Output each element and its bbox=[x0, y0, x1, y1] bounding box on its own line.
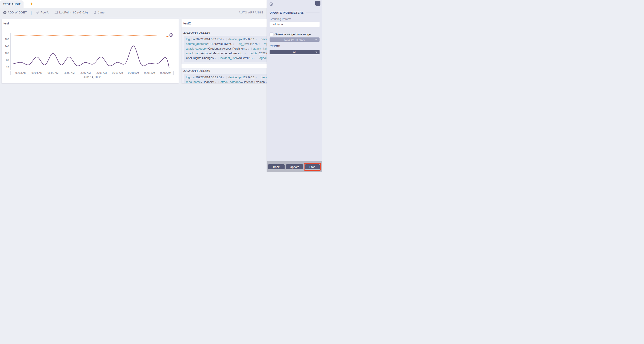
x-tick-label: 06:08 AM bbox=[96, 72, 107, 74]
update-button[interactable]: Update bbox=[286, 164, 303, 169]
widget-test2: test2 2022/06/14 06:12:59log_ts=2022/06/… bbox=[182, 19, 278, 83]
log-key: sig_id bbox=[238, 42, 246, 46]
y-axis-label: 140 bbox=[5, 45, 9, 48]
log-value: =NEWNIKS bbox=[237, 56, 252, 60]
sidebar-top-bar: › bbox=[267, 0, 322, 8]
tab-test-audit[interactable]: TEST AUDIT bbox=[0, 1, 24, 8]
repos-heading: REPOS bbox=[270, 44, 320, 48]
repos-dropdown[interactable]: All bbox=[270, 50, 320, 54]
y-axis-label: 60 bbox=[6, 59, 9, 62]
log-value: =127.0.0.1 bbox=[241, 38, 254, 41]
log-entry: 2022/06/14 06:12:59log_ts=2022/06/14 06:… bbox=[182, 68, 278, 83]
log-line: log_ts=2022/06/14 06:12:59∨|device_ip=12… bbox=[186, 37, 278, 42]
log-value: =Account Mansource_addressul... bbox=[200, 52, 244, 55]
heading-rule bbox=[282, 46, 320, 46]
chevron-down-icon[interactable]: ∨ bbox=[233, 43, 234, 45]
pipe-separator: | bbox=[251, 47, 252, 50]
y-axis-label: 100 bbox=[5, 52, 9, 55]
log-key: col_ts bbox=[250, 52, 258, 55]
user-chip[interactable]: Jane bbox=[94, 11, 105, 14]
add-tab-button[interactable]: + bbox=[29, 1, 34, 8]
x-tick-label: 06:12 AM bbox=[160, 72, 171, 74]
override-time-range-label: Override widget time range bbox=[274, 33, 311, 36]
collapse-panel-button[interactable]: › bbox=[315, 1, 320, 6]
axis-caption: June 14, 2022 bbox=[84, 76, 100, 79]
chevron-down-icon[interactable]: ∨ bbox=[266, 81, 267, 83]
play-button[interactable] bbox=[170, 34, 173, 37]
log-value: User Rights Changes bbox=[186, 56, 214, 60]
log-timestamp: 2022/06/14 06:12:59 bbox=[182, 31, 278, 36]
series-orange-line bbox=[13, 36, 169, 37]
x-tick-label: 06:07 AM bbox=[80, 72, 91, 74]
add-widget-label: ADD WIDGET bbox=[8, 11, 27, 14]
widget-test: test 206010014018006:03 AM06:04 AM06:05 … bbox=[2, 19, 178, 83]
pipe-separator: | bbox=[226, 38, 227, 41]
pool-cubes-icon bbox=[36, 11, 40, 14]
log-kv-box: log_ts=2022/06/14 06:12:59∨|device_ip=12… bbox=[184, 74, 278, 83]
repos-value: All bbox=[293, 51, 296, 54]
chevron-down-icon[interactable]: ∨ bbox=[255, 38, 257, 41]
user-icon bbox=[94, 11, 97, 14]
pipe-separator: | bbox=[248, 52, 248, 55]
chevron-down-icon[interactable]: ∨ bbox=[223, 38, 224, 41]
widget-test2-title: test2 bbox=[183, 21, 191, 25]
pipe-separator: | bbox=[258, 38, 259, 41]
chevron-down-icon[interactable]: ∨ bbox=[244, 52, 246, 55]
chevron-right-icon: › bbox=[317, 2, 318, 5]
plus-circle-icon bbox=[3, 11, 6, 14]
chevron-down-icon[interactable]: ∨ bbox=[248, 48, 249, 50]
heading-rule bbox=[306, 13, 320, 13]
pool-label: PoolA bbox=[40, 11, 48, 14]
chevron-down-icon[interactable]: ∨ bbox=[214, 57, 216, 60]
chevron-down-icon[interactable]: ∨ bbox=[258, 43, 260, 45]
toolbar-separator: | bbox=[31, 11, 32, 15]
pipe-separator: | bbox=[236, 42, 237, 46]
pipe-separator: | bbox=[226, 76, 227, 79]
chevron-down-icon[interactable]: ∨ bbox=[223, 76, 224, 79]
log-timestamp: 2022/06/14 06:12:59 bbox=[182, 69, 278, 74]
add-widget-button[interactable]: ADD WIDGET bbox=[3, 11, 27, 14]
pipe-separator: | bbox=[218, 80, 219, 83]
log-value: =127.0.0.1 bbox=[241, 76, 254, 79]
instance-label: LogPoint_60 (v7.0.0) bbox=[59, 11, 88, 14]
time-range-dropdown[interactable]: Last 10 minutes bbox=[270, 38, 320, 42]
y-axis-label: 180 bbox=[5, 38, 9, 41]
log-key: incident_user bbox=[220, 56, 237, 60]
chevron-down-icon[interactable]: ∨ bbox=[255, 76, 257, 79]
sidebar-footer: Back Update Stop bbox=[267, 161, 322, 172]
update-parameters-panel: › UPDATE PARAMETERS Grouping Param: Over… bbox=[267, 0, 322, 172]
log-key: device_ip bbox=[228, 38, 241, 41]
chevron-down-icon[interactable]: ∨ bbox=[215, 81, 216, 83]
dashboard-toolbar: ADD WIDGET | PoolA LogPoint_60 (v7.0.0) … bbox=[0, 8, 267, 17]
log-value: =2022/06/14 06:12:59 bbox=[194, 38, 222, 41]
log-key: log_ts bbox=[186, 38, 194, 41]
log-line: attack_tag=Account Mansource_addressul..… bbox=[186, 51, 278, 56]
grouping-param-label: Grouping Param: bbox=[270, 18, 320, 21]
log-value: =Credential Access,Persisten... bbox=[206, 47, 247, 50]
x-tick-label: 06:05 AM bbox=[48, 72, 58, 74]
stop-highlight: Stop bbox=[304, 163, 321, 171]
auto-arrange-button[interactable]: AUTO ARRANGE bbox=[239, 11, 264, 14]
log-key: attack_tag bbox=[186, 52, 200, 55]
x-tick-label: 06:09 AM bbox=[112, 72, 123, 74]
log-key: log_ts bbox=[186, 76, 194, 79]
log-key: repo_name bbox=[186, 80, 201, 83]
pipe-separator: | bbox=[262, 42, 262, 46]
tab-bar: TEST AUDIT + bbox=[0, 0, 267, 8]
log-entry: 2022/06/14 06:12:59log_ts=2022/06/14 06:… bbox=[182, 27, 278, 64]
pool-chip[interactable]: PoolA bbox=[36, 11, 48, 14]
log-key: attack_category bbox=[186, 47, 206, 50]
edit-icon[interactable] bbox=[270, 2, 274, 6]
override-time-range-checkbox[interactable] bbox=[270, 33, 273, 36]
x-tick-label: 06:03 AM bbox=[16, 72, 26, 74]
instance-chip[interactable]: LogPoint_60 (v7.0.0) bbox=[54, 11, 88, 14]
update-parameters-heading: UPDATE PARAMETERS bbox=[270, 11, 320, 14]
widget-test-title: test bbox=[3, 21, 9, 25]
grouping-param-input[interactable] bbox=[270, 22, 320, 27]
pipe-separator: | bbox=[258, 76, 259, 79]
back-button[interactable]: Back bbox=[268, 164, 284, 169]
chevron-down-icon[interactable]: ∨ bbox=[253, 57, 255, 60]
x-tick-label: 06:06 AM bbox=[64, 72, 74, 74]
stop-button[interactable]: Stop bbox=[305, 164, 320, 169]
log-line: log_ts=2022/06/14 06:12:59∨|device_ip=12… bbox=[186, 75, 278, 80]
